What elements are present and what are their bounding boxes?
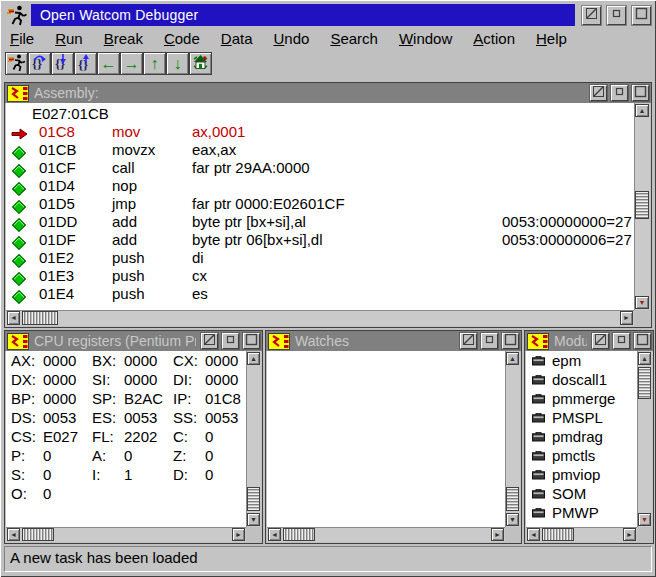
hide-button[interactable] [590, 85, 607, 101]
register-value[interactable]: 0 [205, 465, 246, 484]
maximize-button[interactable] [634, 333, 651, 349]
scroll-thumb[interactable] [635, 191, 649, 219]
watches-content[interactable] [267, 351, 505, 527]
minimize-button[interactable] [613, 333, 630, 349]
modules-vscrollbar[interactable]: ▲ ▼ [637, 351, 652, 527]
scroll-thumb[interactable] [283, 528, 315, 541]
maximize-button[interactable] [502, 333, 519, 349]
assembly-row[interactable]: 01CFcallfar ptr 29AA:0000 [6, 159, 634, 177]
scroll-left-button[interactable]: ◄ [268, 528, 281, 541]
register-value[interactable]: 0000 [124, 351, 173, 370]
assembly-row[interactable]: 01DDaddbyte ptr [bx+si],al0053:00000000=… [6, 213, 634, 231]
scroll-right-button[interactable]: ► [620, 311, 633, 325]
watches-vscrollbar[interactable]: ▲ ▼ [505, 351, 520, 527]
register-value[interactable]: 0000 [43, 370, 92, 389]
module-item[interactable]: epm [526, 351, 637, 370]
register-value[interactable]: 0000 [43, 351, 92, 370]
register-value[interactable]: 0 [43, 465, 92, 484]
module-item[interactable]: pmviop [526, 465, 637, 484]
breakpoint-diamond-icon[interactable] [11, 162, 29, 174]
menu-item-break[interactable]: Break [104, 30, 143, 49]
register-value[interactable]: 0 [43, 484, 92, 503]
minimize-button[interactable] [607, 6, 626, 25]
module-item[interactable]: SOM [526, 484, 637, 503]
step-over-button[interactable]: {} [28, 52, 51, 75]
breakpoint-diamond-icon[interactable] [11, 234, 29, 246]
register-value[interactable]: 0 [124, 446, 173, 465]
maximize-button[interactable] [243, 333, 260, 349]
breakpoint-diamond-icon[interactable] [11, 180, 29, 192]
assembly-row[interactable]: 01C8movax,0001 [6, 123, 634, 141]
scroll-thumb[interactable] [638, 367, 651, 399]
breakpoint-diamond-icon[interactable] [11, 216, 29, 228]
registers-titlebar[interactable]: CPU registers (Pentium Pro) [5, 331, 262, 351]
register-value[interactable]: E027 [43, 427, 92, 446]
breakpoint-diamond-icon[interactable] [11, 288, 29, 300]
breakpoint-diamond-icon[interactable] [11, 144, 29, 156]
modules-titlebar[interactable]: Modules [525, 331, 653, 351]
assembly-row[interactable]: 01D5jmpfar ptr 0000:E02601CF [6, 195, 634, 213]
run-button[interactable] [5, 52, 28, 75]
register-value[interactable]: 0000 [205, 370, 246, 389]
breakpoint-diamond-icon[interactable] [11, 252, 29, 264]
forward-button[interactable]: → [120, 52, 143, 75]
module-item[interactable]: PMWP [526, 503, 637, 522]
home-button[interactable] [189, 52, 212, 75]
hide-button[interactable] [582, 6, 601, 25]
main-titlebar[interactable]: Open Watcom Debugger [3, 3, 653, 27]
register-value[interactable]: 0053 [205, 408, 246, 427]
scroll-right-button[interactable]: ► [232, 528, 245, 541]
scroll-left-button[interactable]: ◄ [7, 311, 20, 325]
register-value[interactable]: B2AC [124, 389, 173, 408]
down-button[interactable]: ↓ [166, 52, 189, 75]
debugger-app-icon[interactable] [3, 3, 31, 27]
scroll-down-button[interactable]: ▼ [247, 513, 260, 526]
breakpoint-diamond-icon[interactable] [11, 270, 29, 282]
maximize-button[interactable] [632, 6, 651, 25]
menu-item-file[interactable]: File [10, 30, 34, 49]
register-value[interactable]: 0000 [124, 370, 173, 389]
assembly-row[interactable]: 01D4nop [6, 177, 634, 195]
register-value[interactable]: 0 [43, 446, 92, 465]
scroll-thumb[interactable] [22, 311, 58, 325]
minimize-button[interactable] [222, 333, 239, 349]
scroll-right-button[interactable]: ► [491, 528, 504, 541]
maximize-button[interactable] [632, 85, 649, 101]
assembly-row[interactable]: 01E2pushdi [6, 249, 634, 267]
register-value[interactable]: 0053 [124, 408, 173, 427]
back-button[interactable]: ← [97, 52, 120, 75]
register-value[interactable]: 0 [205, 427, 246, 446]
module-item[interactable]: pmctls [526, 446, 637, 465]
watches-titlebar[interactable]: Watches [266, 331, 521, 351]
minimize-button[interactable] [481, 333, 498, 349]
scroll-thumb[interactable] [506, 487, 519, 511]
scroll-up-button[interactable]: ▲ [506, 352, 519, 365]
assembly-hscrollbar[interactable]: ◄ ► [6, 310, 634, 326]
scroll-up-button[interactable]: ▲ [247, 352, 260, 365]
assembly-row[interactable]: 01E4pushes [6, 285, 634, 303]
hide-button[interactable] [201, 333, 218, 349]
breakpoint-diamond-icon[interactable] [11, 198, 29, 210]
minimize-button[interactable] [611, 85, 628, 101]
watches-hscrollbar[interactable]: ◄ ► [267, 527, 505, 542]
hide-button[interactable] [592, 333, 609, 349]
hide-button[interactable] [460, 333, 477, 349]
menu-item-help[interactable]: Help [536, 30, 567, 49]
menu-item-run[interactable]: Run [55, 30, 83, 49]
registers-vscrollbar[interactable]: ▲ ▼ [246, 351, 261, 527]
menu-item-data[interactable]: Data [221, 30, 253, 49]
scroll-thumb[interactable] [247, 487, 260, 511]
module-item[interactable]: doscall1 [526, 370, 637, 389]
assembly-vscrollbar[interactable]: ▲ ▼ [634, 103, 650, 310]
assembly-titlebar[interactable]: Assembly: [5, 83, 651, 103]
scroll-left-button[interactable]: ◄ [7, 528, 20, 541]
scroll-up-button[interactable]: ▲ [638, 352, 651, 365]
registers-hscrollbar[interactable]: ◄ ► [6, 527, 246, 542]
register-value[interactable]: 01C8 [205, 389, 246, 408]
module-item[interactable]: PMSPL [526, 408, 637, 427]
menu-item-action[interactable]: Action [473, 30, 515, 49]
register-value[interactable]: 0000 [43, 389, 92, 408]
scroll-right-button[interactable]: ► [623, 528, 636, 541]
scroll-down-button[interactable]: ▼ [506, 513, 519, 526]
register-value[interactable]: 0 [205, 446, 246, 465]
